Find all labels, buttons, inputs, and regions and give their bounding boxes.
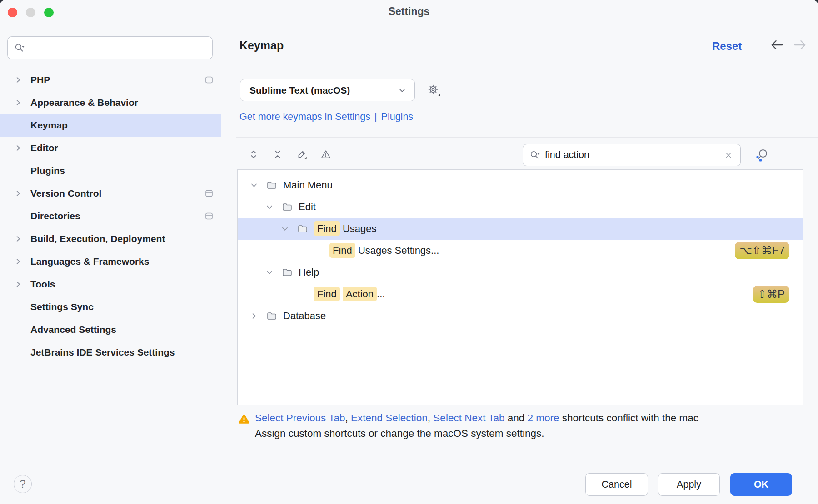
chevron-right-icon[interactable]: [14, 280, 23, 289]
settings-search-field[interactable]: [7, 36, 213, 59]
conflict-warning-line1: Select Previous Tab, Extend Selection, S…: [255, 412, 818, 424]
sidebar-item-label: Directories: [30, 211, 80, 222]
chevron-right-icon[interactable]: [14, 189, 23, 198]
tree-row[interactable]: Find Usages: [238, 218, 803, 240]
expand-all-icon[interactable]: [248, 149, 259, 160]
chevron-right-icon[interactable]: [14, 325, 23, 334]
sidebar-item-label: PHP: [30, 74, 50, 85]
forward-arrow-icon[interactable]: [793, 37, 808, 53]
sidebar-item-jetbrains-ide-services-settings[interactable]: JetBrains IDE Services Settings: [0, 341, 221, 364]
sidebar-item-keymap[interactable]: Keymap: [0, 114, 221, 137]
edit-shortcut-icon[interactable]: [296, 149, 307, 160]
sidebar-item-label: Version Control: [30, 188, 101, 199]
modified-settings-icon: [204, 325, 214, 335]
ok-button[interactable]: OK: [730, 473, 792, 496]
chevron-right-icon[interactable]: [14, 234, 23, 243]
footer-divider: [0, 460, 818, 460]
apply-button[interactable]: Apply: [658, 473, 720, 496]
sidebar-item-label: JetBrains IDE Services Settings: [30, 347, 175, 358]
sidebar-item-label: Languages & Frameworks: [30, 256, 149, 267]
settings-window: Settings PHP Appearance & Behavior Keyma…: [0, 0, 818, 504]
chevron-right-icon[interactable]: [14, 75, 23, 84]
tree-row[interactable]: Find Usages Settings... ⌥⇧⌘F7: [238, 240, 803, 262]
sidebar-item-appearance-behavior[interactable]: Appearance & Behavior: [0, 91, 221, 114]
tree-chevron-icon[interactable]: [249, 311, 266, 321]
conflict-action-link[interactable]: Select Next Tab: [433, 412, 504, 424]
tree-row[interactable]: Help: [238, 262, 803, 283]
folder-icon: [297, 223, 314, 234]
tree-chevron-icon[interactable]: [265, 202, 281, 212]
show-conflicts-icon[interactable]: [320, 149, 331, 160]
tree-row-label: Find Usages Settings...: [329, 245, 439, 257]
sidebar-item-settings-sync[interactable]: Settings Sync: [0, 296, 221, 318]
sidebar-item-editor[interactable]: Editor: [0, 137, 221, 159]
sidebar-item-label: Plugins: [30, 165, 65, 176]
conflict-warning-line2: Assign custom shortcuts or change the ma…: [255, 428, 544, 440]
find-by-shortcut-icon[interactable]: [754, 148, 770, 163]
tree-chevron-icon[interactable]: [249, 180, 266, 190]
chevron-right-icon[interactable]: [14, 302, 23, 311]
tree-chevron-icon[interactable]: [280, 289, 297, 299]
reset-link[interactable]: Reset: [712, 40, 742, 53]
settings-search-input[interactable]: [29, 43, 212, 53]
collapse-all-icon[interactable]: [272, 149, 283, 160]
modified-settings-icon: [204, 211, 214, 221]
conflict-action-link[interactable]: Extend Selection: [351, 412, 428, 424]
chevron-right-icon[interactable]: [14, 98, 23, 107]
action-search-input[interactable]: [545, 149, 723, 161]
get-more-keymaps-link[interactable]: Get more keymaps in Settings: [239, 111, 370, 122]
tree-row[interactable]: Main Menu: [238, 174, 803, 196]
chevron-right-icon[interactable]: [14, 212, 23, 221]
keymap-gear-icon[interactable]: [426, 83, 441, 98]
chevron-right-icon[interactable]: [14, 121, 23, 130]
cancel-button[interactable]: Cancel: [585, 473, 648, 496]
tree-row-label: Help: [299, 267, 319, 278]
modified-settings-icon: [204, 98, 214, 108]
action-search-field[interactable]: [523, 144, 741, 166]
tree-row[interactable]: Database: [238, 305, 803, 327]
folder-icon: [266, 180, 283, 191]
chevron-down-icon: [396, 84, 408, 96]
shortcut-badge: ⌥⇧⌘F7: [735, 242, 789, 259]
conflict-action-link[interactable]: Select Previous Tab: [255, 412, 345, 424]
plugins-link[interactable]: Plugins: [381, 111, 414, 122]
modified-settings-icon: [204, 75, 214, 85]
keymap-dropdown[interactable]: Sublime Text (macOS): [240, 79, 415, 101]
get-more-keymaps-row: Get more keymaps in Settings|Plugins: [239, 111, 413, 123]
sidebar-item-label: Build, Execution, Deployment: [30, 233, 165, 244]
chevron-right-icon[interactable]: [14, 166, 23, 175]
chevron-right-icon[interactable]: [14, 143, 23, 153]
sidebar-item-build-execution-deployment[interactable]: Build, Execution, Deployment: [0, 227, 221, 250]
sidebar-item-label: Settings Sync: [30, 301, 94, 312]
chevron-right-icon[interactable]: [14, 257, 23, 266]
sidebar-item-languages-frameworks[interactable]: Languages & Frameworks: [0, 250, 221, 273]
help-button[interactable]: ?: [14, 475, 32, 493]
search-match-highlight: Find: [314, 221, 340, 236]
tree-row[interactable]: Edit: [238, 196, 803, 218]
sidebar-item-advanced-settings[interactable]: Advanced Settings: [0, 318, 221, 341]
search-match-highlight: Find: [329, 243, 355, 258]
back-arrow-icon[interactable]: [769, 37, 784, 53]
tree-chevron-icon[interactable]: [296, 246, 312, 256]
sidebar-item-tools[interactable]: Tools: [0, 273, 221, 296]
clear-search-icon[interactable]: [723, 150, 734, 161]
sidebar-item-plugins[interactable]: Plugins: [0, 159, 221, 182]
chevron-right-icon[interactable]: [14, 348, 23, 357]
conflict-action-link[interactable]: 2 more: [528, 412, 559, 424]
folder-icon: [281, 202, 299, 212]
search-match-highlight: Action: [343, 287, 377, 301]
folder-icon: [297, 289, 314, 300]
folder-icon: [266, 311, 283, 321]
tree-row[interactable]: Find Action... ⇧⌘P: [238, 283, 803, 305]
sidebar-item-php[interactable]: PHP: [0, 69, 221, 91]
folder-icon: [281, 267, 299, 278]
modified-settings-icon: [204, 302, 214, 312]
sidebar-item-directories[interactable]: Directories: [0, 205, 221, 227]
tree-chevron-icon[interactable]: [280, 224, 297, 234]
tree-chevron-icon[interactable]: [265, 267, 281, 277]
modified-settings-icon: [204, 166, 214, 176]
tree-row-label: Find Usages: [314, 223, 377, 235]
sidebar-item-version-control[interactable]: Version Control: [0, 182, 221, 205]
sidebar-item-label: Editor: [30, 143, 58, 153]
sidebar-item-label: Tools: [30, 279, 55, 290]
